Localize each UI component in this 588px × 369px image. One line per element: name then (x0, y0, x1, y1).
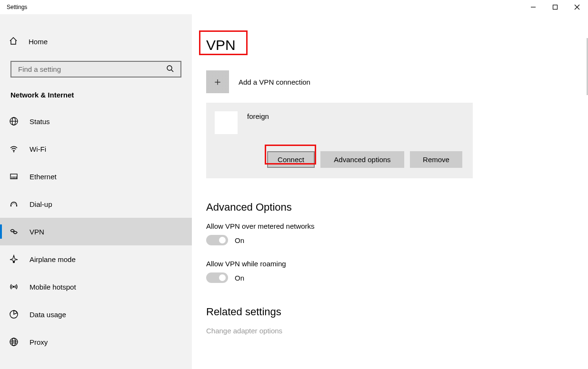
sidebar-item-proxy[interactable]: Proxy (0, 328, 192, 356)
window-title: Settings (0, 4, 27, 10)
sidebar-item-label: Mobile hotspot (30, 283, 76, 291)
add-vpn-row[interactable]: ＋ Add a VPN connection (206, 70, 582, 93)
sidebar-item-airplane-mode[interactable]: Airplane mode (0, 245, 192, 273)
search-input[interactable]: Find a setting (10, 61, 181, 78)
search-icon (166, 65, 174, 74)
globe-icon (9, 117, 19, 126)
proxy-icon (9, 337, 19, 347)
sidebar-item-label: Proxy (30, 338, 48, 346)
sidebar-item-dial-up[interactable]: Dial-up (0, 190, 192, 218)
sidebar-item-label: Wi-Fi (30, 145, 46, 153)
svg-rect-22 (553, 5, 558, 10)
metered-label: Allow VPN over metered networks (206, 222, 582, 230)
remove-button[interactable]: Remove (410, 151, 462, 168)
sidebar-item-label: Data usage (30, 311, 66, 319)
related-settings-heading: Related settings (206, 306, 582, 318)
sidebar: Home Find a setting Network & Internet S… (0, 14, 192, 369)
sidebar-item-vpn[interactable]: VPN (0, 218, 192, 245)
maximize-button[interactable] (544, 0, 566, 14)
metered-toggle[interactable] (206, 235, 228, 245)
sidebar-home[interactable]: Home (0, 28, 192, 55)
ethernet-icon (9, 172, 19, 181)
roaming-label: Allow VPN while roaming (206, 260, 582, 268)
vpn-connection-icon (215, 111, 238, 134)
sidebar-category: Network & Internet (0, 78, 192, 107)
highlight-box-connect (265, 145, 316, 165)
airplane-icon (9, 254, 19, 264)
add-vpn-label: Add a VPN connection (239, 78, 310, 86)
page-title: VPN (206, 37, 582, 53)
dialup-icon (9, 199, 19, 209)
sidebar-home-label: Home (29, 38, 48, 46)
title-bar: Settings (0, 0, 588, 14)
vpn-connection-card[interactable]: foreign Connect Advanced options Remove (206, 103, 473, 178)
roaming-toggle[interactable] (206, 272, 228, 283)
change-adapter-link[interactable]: Change adapter options (206, 327, 582, 335)
sidebar-item-label: Status (30, 117, 50, 126)
roaming-state: On (235, 274, 244, 282)
sidebar-item-ethernet[interactable]: Ethernet (0, 163, 192, 190)
advanced-options-heading: Advanced Options (206, 201, 582, 214)
sidebar-item-label: VPN (30, 228, 44, 236)
sidebar-item-mobile-hotspot[interactable]: Mobile hotspot (0, 273, 192, 301)
main-pane: VPN ＋ Add a VPN connection foreign Conne… (192, 14, 588, 369)
sidebar-item-data-usage[interactable]: Data usage (0, 301, 192, 328)
sidebar-nav: StatusWi-FiEthernetDial-upVPNAirplane mo… (0, 107, 192, 356)
plus-icon: ＋ (206, 70, 229, 93)
sidebar-item-label: Dial-up (30, 200, 52, 208)
wifi-icon (9, 144, 19, 154)
close-button[interactable] (566, 0, 588, 14)
search-placeholder: Find a setting (18, 65, 61, 73)
advanced-options-button[interactable]: Advanced options (320, 151, 404, 168)
sidebar-item-status[interactable]: Status (0, 107, 192, 135)
vpn-connection-name: foreign (247, 111, 269, 120)
sidebar-item-label: Ethernet (30, 173, 57, 181)
home-icon (9, 36, 18, 47)
metered-state: On (235, 236, 244, 244)
hotspot-icon (9, 282, 19, 291)
datausage-icon (9, 310, 19, 319)
sidebar-item-label: Airplane mode (30, 255, 76, 263)
minimize-button[interactable] (522, 0, 544, 14)
highlight-box-title (199, 30, 248, 55)
vpn-icon (9, 227, 19, 236)
sidebar-item-wi-fi[interactable]: Wi-Fi (0, 135, 192, 163)
